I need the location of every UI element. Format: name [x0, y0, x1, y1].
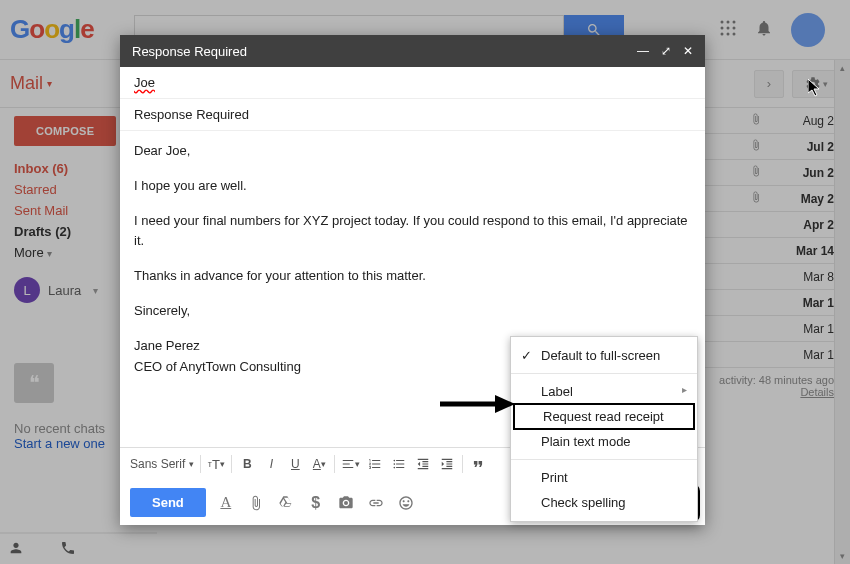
quote-button[interactable] — [469, 454, 487, 474]
user-avatar: L — [14, 277, 40, 303]
subject-field[interactable]: Response Required — [120, 99, 705, 131]
insert-link-button[interactable] — [366, 495, 386, 511]
underline-button[interactable]: U — [286, 454, 304, 474]
attachment-icon — [750, 139, 762, 154]
svg-point-9 — [344, 501, 348, 505]
compose-titlebar[interactable]: Response Required — ⤢ ✕ — [120, 35, 705, 67]
svg-point-8 — [733, 33, 736, 36]
send-button[interactable]: Send — [130, 488, 206, 517]
svg-point-6 — [721, 33, 724, 36]
bullet-list-button[interactable] — [390, 454, 408, 474]
header-right — [719, 13, 840, 47]
menu-item[interactable]: Print — [511, 465, 697, 490]
scroll-up-icon[interactable]: ▴ — [835, 60, 850, 76]
bold-button[interactable]: B — [238, 454, 256, 474]
insert-drive-button[interactable] — [276, 495, 296, 511]
align-button[interactable]: ▾ — [341, 454, 360, 474]
contacts-tab-icon[interactable] — [8, 540, 24, 559]
compose-title: Response Required — [132, 44, 247, 59]
account-avatar[interactable] — [791, 13, 825, 47]
font-family-dropdown[interactable]: Sans Serif▾ — [130, 454, 194, 474]
menu-item[interactable]: Check spelling — [511, 490, 697, 515]
italic-button[interactable]: I — [262, 454, 280, 474]
insert-photo-button[interactable] — [336, 495, 356, 511]
notifications-icon[interactable] — [755, 19, 773, 40]
mouse-cursor — [808, 79, 824, 100]
minimize-icon[interactable]: — — [637, 44, 649, 58]
nav-older-button[interactable]: › — [754, 70, 784, 98]
menu-item[interactable]: Request read receipt — [513, 403, 695, 430]
attachment-icon — [750, 113, 762, 128]
phone-tab-icon[interactable] — [60, 540, 76, 559]
attach-file-button[interactable] — [246, 495, 266, 511]
indent-less-button[interactable] — [414, 454, 432, 474]
scroll-down-icon[interactable]: ▾ — [835, 548, 850, 564]
bottom-tabs — [0, 532, 157, 564]
arrow-annotation — [440, 393, 515, 418]
vertical-scrollbar[interactable]: ▴ ▾ — [834, 60, 850, 564]
attachment-icon — [750, 191, 762, 206]
font-size-dropdown[interactable]: тT▾ — [207, 454, 225, 474]
chevron-down-icon: ▾ — [93, 285, 98, 296]
user-name-label: Laura — [48, 283, 81, 298]
formatting-toggle-button[interactable]: A — [216, 494, 236, 511]
svg-point-5 — [733, 27, 736, 30]
compose-button[interactable]: COMPOSE — [14, 116, 116, 146]
menu-item[interactable]: Plain text mode — [511, 429, 697, 454]
svg-point-1 — [727, 21, 730, 24]
svg-marker-11 — [495, 395, 515, 413]
svg-point-2 — [733, 21, 736, 24]
numbered-list-button[interactable] — [366, 454, 384, 474]
text-color-button[interactable]: A▾ — [310, 454, 328, 474]
apps-icon[interactable] — [719, 19, 737, 40]
expand-icon[interactable]: ⤢ — [661, 44, 671, 58]
mail-dropdown[interactable]: Mail ▾ — [10, 73, 52, 94]
attachment-icon — [750, 165, 762, 180]
svg-point-4 — [727, 27, 730, 30]
indent-more-button[interactable] — [438, 454, 456, 474]
google-logo[interactable]: Google — [10, 14, 94, 45]
svg-point-0 — [721, 21, 724, 24]
insert-emoji-button[interactable] — [396, 495, 416, 511]
menu-item[interactable]: Label — [511, 379, 697, 404]
hangouts-icon: ❝ — [14, 363, 54, 403]
menu-item[interactable]: Default to full-screen — [511, 343, 697, 368]
insert-money-button[interactable]: $ — [306, 494, 326, 512]
recipients-field[interactable]: Joe — [120, 67, 705, 99]
close-icon[interactable]: ✕ — [683, 44, 693, 58]
more-options-menu: Default to full-screenLabelRequest read … — [510, 336, 698, 522]
svg-point-3 — [721, 27, 724, 30]
svg-point-7 — [727, 33, 730, 36]
